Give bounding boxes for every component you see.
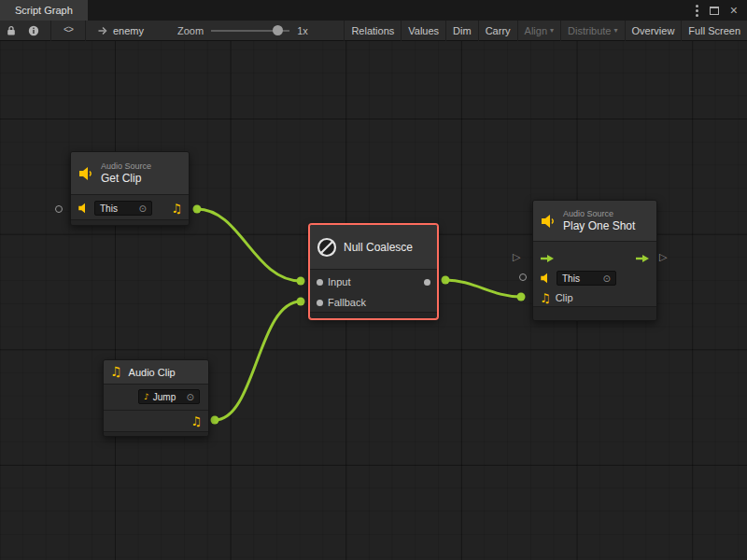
port-getclip-this-input[interactable] bbox=[55, 205, 63, 213]
wire-nullcoalesce-to-clip[interactable] bbox=[445, 280, 521, 297]
toolbar-buttons: Relations Values Dim Carry Align▾ Distri… bbox=[344, 21, 747, 41]
null-coalesce-icon bbox=[317, 237, 337, 258]
play-one-shot-this-field[interactable]: This ⊙ bbox=[557, 271, 616, 286]
audio-source-icon bbox=[540, 214, 557, 229]
align-button[interactable]: Align▾ bbox=[517, 21, 560, 41]
node-play-one-shot-titles: Audio Source Play One Shot bbox=[563, 209, 635, 232]
audio-source-icon bbox=[78, 166, 94, 181]
node-audio-clip[interactable]: ♫ Audio Clip ♪ Jump ⊙ ♫ bbox=[103, 359, 209, 437]
port-fallback-label: Fallback bbox=[328, 297, 366, 308]
port-result-dot[interactable] bbox=[424, 279, 430, 286]
get-clip-this-field[interactable]: This ⊙ bbox=[94, 201, 152, 216]
graph-asset-icon bbox=[97, 25, 108, 36]
audio-clip-field[interactable]: ♪ Jump ⊙ bbox=[138, 389, 200, 404]
audio-clip-output-row: ♫ bbox=[104, 410, 208, 432]
chevron-down-icon: ▾ bbox=[614, 26, 618, 35]
clip-port-icon: ♫ bbox=[540, 292, 551, 304]
audio-clip-icon: ♫ bbox=[110, 366, 122, 378]
node-audio-clip-titles: Audio Clip bbox=[129, 366, 176, 379]
node-title: Get Clip bbox=[101, 172, 151, 185]
control-input-arrow-icon[interactable] bbox=[540, 254, 555, 263]
speaker-icon bbox=[540, 273, 552, 284]
node-footer bbox=[104, 431, 208, 436]
graph-name: enemy bbox=[113, 25, 144, 36]
play-one-shot-this-row: This ⊙ bbox=[533, 269, 656, 287]
node-play-one-shot[interactable]: Audio Source Play One Shot This ⊙ ♫ Clip bbox=[532, 200, 657, 321]
graph-breadcrumb[interactable]: enemy bbox=[97, 25, 144, 36]
control-output-arrow-icon[interactable] bbox=[635, 254, 650, 263]
port-fallback-dot[interactable] bbox=[317, 300, 323, 306]
node-category: Audio Source bbox=[563, 209, 635, 219]
note-icon: ♪ bbox=[144, 393, 149, 401]
port-input-label: Input bbox=[328, 276, 350, 287]
node-title: Play One Shot bbox=[563, 219, 635, 232]
zoom-control: Zoom 1x bbox=[177, 21, 308, 41]
node-title: Audio Clip bbox=[129, 366, 176, 379]
zoom-label: Zoom bbox=[177, 25, 204, 36]
node-get-clip[interactable]: Audio Source Get Clip This ⊙ ♫ bbox=[70, 151, 190, 226]
node-get-clip-header[interactable]: Audio Source Get Clip bbox=[71, 152, 189, 195]
values-button[interactable]: Values bbox=[401, 21, 445, 41]
distribute-button[interactable]: Distribute▾ bbox=[560, 21, 624, 41]
clip-port-label: Clip bbox=[556, 292, 573, 303]
node-play-one-shot-header[interactable]: Audio Source Play One Shot bbox=[533, 201, 656, 242]
port-playoneshot-enter-icon[interactable]: ▷ bbox=[513, 252, 520, 263]
toolbar-separator bbox=[50, 21, 51, 41]
relations-button[interactable]: Relations bbox=[344, 21, 401, 41]
node-footer bbox=[71, 219, 189, 225]
node-null-coalesce-header[interactable]: Null Coalesce bbox=[310, 225, 437, 270]
code-icon[interactable]: <> bbox=[57, 21, 79, 41]
overview-button[interactable]: Overview bbox=[625, 21, 682, 41]
null-coalesce-fallback-row: Fallback bbox=[310, 292, 437, 313]
close-icon[interactable]: × bbox=[730, 4, 738, 17]
fullscreen-button[interactable]: Full Screen bbox=[681, 21, 747, 41]
object-picker-icon[interactable]: ⊙ bbox=[139, 203, 147, 214]
lock-icon[interactable] bbox=[0, 21, 22, 41]
audio-clip-value: Jump bbox=[153, 392, 176, 402]
port-playoneshot-this-input[interactable] bbox=[519, 273, 527, 281]
this-field-value: This bbox=[100, 203, 118, 214]
this-field-value: This bbox=[562, 273, 580, 284]
tab-title: Script Graph bbox=[15, 5, 73, 16]
wire-audioclip-to-fallback[interactable] bbox=[215, 301, 301, 420]
node-footer bbox=[533, 306, 656, 320]
play-one-shot-control-row bbox=[533, 249, 656, 268]
node-footer bbox=[310, 312, 437, 318]
node-get-clip-titles: Audio Source Get Clip bbox=[101, 161, 151, 185]
dim-button[interactable]: Dim bbox=[445, 21, 478, 41]
carry-button[interactable]: Carry bbox=[478, 21, 517, 41]
graph-toolbar: <> enemy Zoom 1x Relations Values Dim Ca… bbox=[0, 21, 747, 41]
maximize-icon[interactable] bbox=[710, 7, 719, 15]
port-playoneshot-exit-icon[interactable]: ▷ bbox=[659, 252, 667, 263]
audio-clip-output-icon[interactable]: ♫ bbox=[171, 203, 182, 215]
zoom-value: 1x bbox=[297, 25, 308, 36]
zoom-slider[interactable] bbox=[211, 21, 289, 41]
port-input-dot[interactable] bbox=[317, 279, 323, 286]
info-icon[interactable] bbox=[22, 21, 45, 41]
speaker-icon bbox=[78, 203, 90, 214]
wire-getclip-to-input[interactable] bbox=[197, 209, 301, 281]
tab-script-graph[interactable]: Script Graph bbox=[0, 0, 88, 21]
audio-clip-value-row: ♪ Jump ⊙ bbox=[104, 386, 208, 407]
chevron-down-icon: ▾ bbox=[550, 26, 554, 35]
menu-icon[interactable] bbox=[696, 5, 698, 17]
graph-canvas[interactable]: ▷ ▷ Audio Source Get Clip This ⊙ ♫ bbox=[0, 41, 747, 560]
node-category: Audio Source bbox=[101, 161, 151, 172]
object-picker-icon[interactable]: ⊙ bbox=[603, 273, 611, 284]
node-audio-clip-header[interactable]: ♫ Audio Clip bbox=[104, 360, 208, 385]
null-coalesce-input-row: Input bbox=[310, 272, 437, 292]
node-title: Null Coalesce bbox=[344, 241, 413, 254]
play-one-shot-clip-row: ♫ Clip bbox=[533, 288, 656, 307]
script-graph-window: Script Graph × <> enemy Zoom 1x bbox=[0, 0, 747, 560]
toolbar-separator bbox=[85, 21, 86, 41]
node-null-coalesce[interactable]: Null Coalesce Input Fallback bbox=[309, 224, 438, 319]
tab-bar: Script Graph × bbox=[0, 0, 747, 21]
window-buttons: × bbox=[696, 0, 747, 21]
node-null-coalesce-titles: Null Coalesce bbox=[344, 241, 413, 254]
zoom-slider-handle[interactable] bbox=[273, 25, 283, 35]
get-clip-this-row: This ⊙ ♫ bbox=[71, 195, 189, 221]
object-picker-icon[interactable]: ⊙ bbox=[187, 392, 194, 402]
audio-clip-output-icon[interactable]: ♫ bbox=[190, 415, 202, 427]
